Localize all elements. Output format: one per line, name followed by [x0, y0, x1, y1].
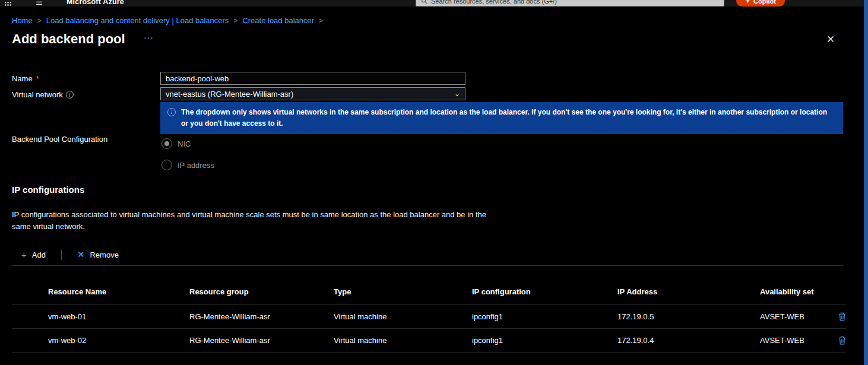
info-icon: i: [167, 108, 176, 116]
virtual-network-label-text: Virtual network: [12, 90, 63, 99]
table-header: Resource Name Resource group Type IP con…: [12, 279, 846, 305]
copilot-button[interactable]: Copilot: [736, 0, 785, 7]
breadcrumb-separator-icon: >: [319, 17, 323, 25]
cell-ip-address: 172.19.0.4: [617, 336, 760, 345]
cell-resource-group: RG-Mentee-William-asr: [189, 336, 334, 345]
x-icon: ✕: [77, 249, 85, 260]
info-banner-text: The dropdown only shows virtual networks…: [181, 107, 836, 129]
name-input[interactable]: [160, 72, 465, 85]
cell-resource-group: RG-Mentee-William-asr: [189, 312, 334, 321]
table-row[interactable]: vm-web-01 RG-Mentee-William-asr Virtual …: [12, 305, 846, 329]
chevron-down-icon: ⌄: [454, 90, 460, 98]
radio-ip-label: IP address: [178, 161, 214, 170]
breadcrumb-home[interactable]: Home: [12, 16, 33, 25]
radio-nic[interactable]: NIC: [161, 138, 191, 149]
remove-button[interactable]: ✕ Remove: [77, 249, 119, 260]
cell-type: Virtual machine: [334, 312, 472, 321]
virtual-network-label: Virtual network i: [12, 90, 74, 99]
cell-resource-name: vm-web-02: [48, 336, 189, 345]
ip-config-toolbar: + Add ✕ Remove: [21, 248, 119, 261]
waffle-menu-icon[interactable]: [5, 0, 11, 7]
azure-topbar: ☰ Microsoft Azure Copilot: [0, 0, 868, 7]
breadcrumb-separator-icon: >: [37, 17, 42, 25]
breadcrumb-create-load-balancer[interactable]: Create load balancer: [242, 16, 314, 25]
col-resource-group: Resource group: [189, 287, 334, 296]
add-button[interactable]: + Add: [21, 250, 46, 260]
delete-row-button[interactable]: [828, 312, 846, 321]
ip-configurations-description: IP configurations associated to virtual …: [12, 209, 498, 232]
col-ip-address: IP Address: [617, 287, 760, 296]
toolbar-divider: [61, 250, 62, 260]
col-ip-configuration: IP configuration: [472, 287, 617, 296]
radio-selected-icon: [161, 138, 172, 149]
copilot-label: Copilot: [753, 0, 776, 5]
plus-icon: +: [21, 250, 27, 260]
toolbar-rule: [12, 265, 843, 266]
trash-icon: [838, 312, 846, 321]
col-availability-set: Availability set: [760, 287, 828, 296]
ip-configurations-heading: IP configurations: [12, 185, 84, 195]
cell-ip-configuration: ipconfig1: [472, 336, 617, 345]
backend-pool-configuration-label: Backend Pool Configuration: [12, 135, 107, 144]
more-options-icon[interactable]: ···: [144, 33, 154, 42]
virtual-network-value: vnet-eastus (RG-Mentee-William-asr): [166, 90, 293, 99]
cell-availability-set: AVSET-WEB: [760, 312, 828, 321]
delete-row-button[interactable]: [828, 336, 846, 345]
name-label: Name*: [12, 74, 39, 83]
ip-config-table: Resource Name Resource group Type IP con…: [12, 279, 846, 353]
global-search[interactable]: [416, 0, 724, 7]
breadcrumb: Home > Load balancing and content delive…: [12, 16, 323, 25]
cell-ip-address: 172.19.0.5: [617, 312, 760, 321]
close-icon[interactable]: ✕: [826, 33, 835, 46]
info-tooltip-icon[interactable]: i: [66, 91, 74, 99]
name-label-text: Name: [12, 74, 33, 83]
cell-availability-set: AVSET-WEB: [760, 336, 828, 345]
breadcrumb-separator-icon: >: [233, 17, 237, 25]
virtual-network-dropdown[interactable]: vnet-eastus (RG-Mentee-William-asr) ⌄: [160, 87, 465, 100]
radio-unselected-icon: [161, 160, 172, 170]
add-backend-pool-page: ☰ Microsoft Azure Copilot Home > Load ba…: [0, 0, 868, 365]
breadcrumb-load-balancers[interactable]: Load balancing and content delivery | Lo…: [46, 16, 229, 25]
required-indicator: *: [36, 74, 39, 83]
search-icon: [421, 0, 427, 7]
page-title: Add backend pool: [12, 31, 125, 47]
add-label: Add: [32, 250, 46, 259]
table-row[interactable]: vm-web-02 RG-Mentee-William-asr Virtual …: [12, 329, 846, 353]
col-type: Type: [334, 287, 472, 296]
search-input[interactable]: [431, 0, 719, 5]
vertical-scrollbar[interactable]: [864, 0, 868, 365]
info-banner: i The dropdown only shows virtual networ…: [160, 102, 843, 134]
radio-nic-label: NIC: [178, 139, 191, 148]
cell-ip-configuration: ipconfig1: [472, 312, 617, 321]
cell-resource-name: vm-web-01: [48, 312, 189, 321]
radio-ip-address[interactable]: IP address: [161, 160, 214, 170]
copilot-icon: [745, 0, 750, 5]
col-resource-name: Resource Name: [48, 287, 189, 296]
hamburger-menu-icon[interactable]: ☰: [36, 0, 43, 7]
azure-brand-title: Microsoft Azure: [66, 0, 124, 6]
remove-label: Remove: [90, 250, 118, 259]
cell-type: Virtual machine: [334, 336, 472, 345]
trash-icon: [838, 336, 846, 345]
